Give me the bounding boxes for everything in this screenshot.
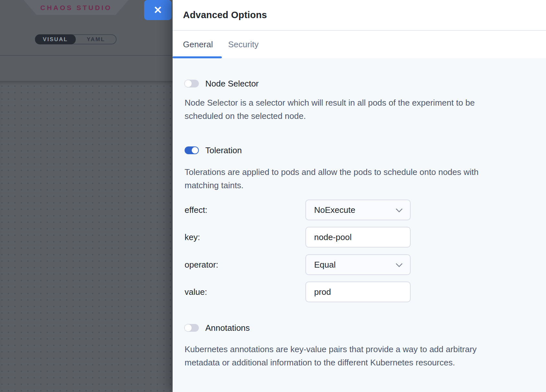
tab-yaml[interactable]: YAML [76,35,116,44]
operator-label: operator: [185,260,305,270]
node-selector-row: Node Selector [185,80,259,87]
node-selector-label: Node Selector [205,79,259,89]
chaos-studio-logo-text: CHAOS STUDIO [40,3,112,12]
operator-value: Equal [314,260,336,270]
annotations-toggle[interactable] [185,324,199,332]
toleration-label: Toleration [205,145,242,156]
chevron-down-icon [396,260,403,267]
close-icon: ✕ [154,5,162,15]
node-selector-description: Node Selector is a selector which will r… [185,96,512,123]
drawer-header: Advanced Options [173,0,546,31]
toleration-description: Tolerations are applied to pods and allo… [185,166,512,192]
toggle-knob [184,80,192,87]
drawer-title: Advanced Options [183,10,267,20]
drawer-close-button[interactable]: ✕ [144,0,172,20]
node-selector-toggle[interactable] [185,80,199,87]
chevron-down-icon [396,206,403,213]
effect-value: NoExecute [314,205,355,215]
key-label: key: [185,232,305,242]
drawer-tab-bar: General Security [173,31,546,58]
effect-field-row: effect: NoExecute [185,200,546,220]
visual-yaml-toggle: VISUAL YAML [35,34,117,44]
toggle-knob [192,147,198,154]
general-tab-content: Node Selector Node Selector is a selecto… [173,58,546,392]
annotations-description: Kubernetes annotations are key-value pai… [185,343,512,369]
pipeline-canvas [0,81,173,392]
advanced-options-drawer: Advanced Options General Security Node S… [173,0,546,392]
value-field-row: value: prod [185,282,546,302]
effect-select[interactable]: NoExecute [305,200,411,220]
effect-label: effect: [185,205,305,215]
value-value: prod [314,287,331,297]
chaos-studio-banner: CHAOS STUDIO [24,0,129,15]
toggle-knob [184,324,192,332]
toleration-row: Toleration [185,146,242,154]
key-field-row: key: node-pool [185,227,546,248]
key-value: node-pool [314,232,352,242]
toleration-toggle[interactable] [185,146,199,154]
value-input[interactable]: prod [305,282,411,302]
tab-visual[interactable]: VISUAL [35,34,76,44]
annotations-label: Annotations [205,323,250,333]
chaos-studio-backdrop: CHAOS STUDIO ✕ VISUAL YAML [0,0,173,392]
operator-select[interactable]: Equal [305,254,411,275]
tab-general[interactable]: General [183,40,213,50]
backdrop-divider [0,55,173,56]
operator-field-row: operator: Equal [185,254,546,275]
tab-security[interactable]: Security [228,40,259,50]
key-input[interactable]: node-pool [305,227,411,248]
value-label: value: [185,287,305,297]
annotations-row: Annotations [185,324,250,332]
